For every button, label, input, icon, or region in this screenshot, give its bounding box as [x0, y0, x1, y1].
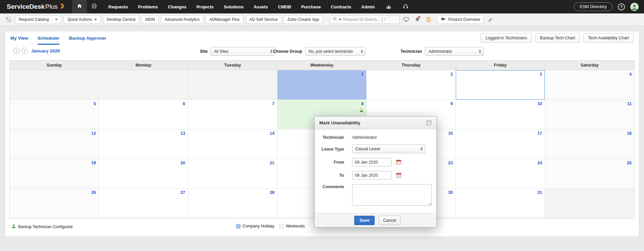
calendar-cell-jan-21[interactable]: 21 — [188, 159, 277, 189]
calendar-cell-empty[interactable] — [545, 189, 634, 218]
edit-pencil-icon[interactable] — [486, 15, 495, 24]
nav-item-solutions[interactable]: Solutions — [224, 4, 244, 9]
tasks-clipboard-icon[interactable] — [424, 15, 433, 24]
home-tab[interactable] — [72, 0, 87, 13]
reports-chart-icon[interactable] — [384, 2, 393, 11]
from-calendar-picker-icon[interactable] — [396, 159, 401, 165]
nav-item-requests[interactable]: Requests — [108, 4, 128, 9]
calendar-cell-empty[interactable] — [99, 70, 188, 100]
calendar-cell-jan-5[interactable]: 5 — [10, 100, 99, 129]
zoho-creator-app-button[interactable]: Zoho Creator App — [284, 15, 323, 24]
previous-month-icon[interactable]: ‹ — [13, 48, 19, 54]
nav-item-problems[interactable]: Problems — [138, 4, 158, 9]
calendar-cell-jan-28[interactable]: 28 — [188, 189, 277, 218]
day-header-thursday: Thursday — [367, 60, 456, 70]
technician-select[interactable]: Administrator — [425, 47, 484, 56]
mdm-button[interactable]: MDM — [142, 15, 159, 24]
date-number: 24 — [537, 161, 542, 165]
nav-item-changes[interactable]: Changes — [168, 4, 186, 9]
date-number: 8 — [361, 101, 364, 106]
calendar-cell-jan-27[interactable]: 27 — [99, 189, 188, 218]
calendar-cell-jan-1[interactable]: 1 — [277, 70, 367, 100]
quick-actions-label: Quick Actions — [67, 17, 92, 22]
product-overview-button[interactable]: Product Overview — [437, 15, 484, 24]
leave-type-selected-value: Casual Leave — [356, 147, 380, 151]
support-headset-icon[interactable] — [401, 2, 410, 11]
ad-self-service-button[interactable]: AD Self Service — [246, 15, 281, 24]
brand-text-light: Plus — [45, 3, 58, 10]
from-date-row: From — [319, 158, 432, 166]
request-catalog-dropdown[interactable]: Request Catalog — [15, 15, 61, 24]
remote-session-icon[interactable] — [402, 15, 411, 24]
advanced-analytics-button[interactable]: Advanced Analytics — [161, 15, 203, 24]
apps-grid-icon[interactable] — [4, 15, 13, 24]
product-overview-label: Product Overview — [448, 17, 480, 22]
close-icon[interactable]: x — [426, 120, 432, 126]
global-view-tab[interactable] — [87, 0, 102, 13]
cancel-button[interactable]: Cancel — [379, 216, 400, 225]
help-button[interactable]: ? — [618, 3, 625, 10]
calendar-cell-jan-2[interactable]: 2 — [367, 70, 456, 100]
site-select[interactable]: All Sites — [211, 47, 275, 56]
calendar-cell-jan-4[interactable]: 4 — [545, 70, 634, 100]
date-number: 13 — [180, 131, 185, 136]
calendar-cell-jan-18[interactable]: 18 — [545, 129, 634, 159]
tab-backup-approver[interactable]: Backup Approver — [69, 31, 106, 45]
date-number: 21 — [270, 161, 274, 165]
user-avatar[interactable] — [630, 3, 639, 11]
next-month-icon[interactable]: › — [21, 48, 28, 54]
backup-tech-chart-button[interactable]: Backup Tech Chart — [535, 33, 580, 43]
brand-swoosh-icon — [59, 3, 65, 10]
nav-item-contracts[interactable]: Contracts — [331, 4, 351, 9]
panel-header: My View Scheduler Backup Approver Logged… — [5, 31, 639, 45]
esm-directory-button[interactable]: ESM Directory — [574, 2, 612, 11]
calendar-cell-jan-7[interactable]: 7 — [188, 100, 277, 129]
to-calendar-picker-icon[interactable] — [396, 172, 401, 178]
admanager-plus-button[interactable]: ADManager Plus — [206, 15, 244, 24]
nav-item-admin[interactable]: Admin — [361, 4, 375, 9]
day-header-monday: Monday — [99, 60, 188, 70]
tab-my-view[interactable]: My View — [10, 31, 28, 45]
nav-item-purchase[interactable]: Purchase — [301, 4, 321, 9]
notifications-bell-icon[interactable] — [413, 15, 422, 24]
from-date-input[interactable] — [352, 158, 392, 166]
video-camera-icon — [441, 16, 446, 23]
calendar-cell-jan-6[interactable]: 6 — [99, 100, 188, 129]
calendar-cell-jan-25[interactable]: 25 — [545, 159, 634, 189]
calendar-cell-jan-26[interactable]: 26 — [10, 189, 99, 218]
to-date-input[interactable] — [352, 171, 392, 179]
calendar-cell-empty[interactable] — [188, 70, 277, 100]
calendar-cell-jan-17[interactable]: 17 — [456, 129, 545, 159]
dialog-footer: Save Cancel — [315, 213, 436, 227]
search-input[interactable] — [343, 17, 393, 22]
save-button[interactable]: Save — [354, 216, 375, 225]
calendar-cell-jan-31[interactable]: 31 — [456, 189, 545, 218]
nav-item-projects[interactable]: Projects — [197, 4, 214, 9]
comments-textarea[interactable] — [352, 184, 432, 206]
calendar-cell-jan-10[interactable]: 10 — [456, 100, 545, 129]
nav-item-cmdb[interactable]: CMDB — [278, 4, 291, 9]
calendar-cell-jan-19[interactable]: 19 — [10, 159, 99, 189]
calendar-cell-jan-12[interactable]: 12 — [10, 129, 99, 159]
date-number: 30 — [448, 190, 453, 195]
calendar-cell-jan-11[interactable]: 11 — [545, 100, 634, 129]
calendar-cell-jan-14[interactable]: 14 — [188, 129, 277, 159]
group-selected-value: No, just select technician — [309, 49, 353, 54]
calendar-cell-empty[interactable] — [10, 70, 99, 100]
tech-availability-chart-button[interactable]: Tech Availability Chart — [583, 33, 634, 43]
request-id-search[interactable] — [330, 15, 399, 24]
quick-actions-dropdown[interactable]: Quick Actions — [64, 15, 101, 24]
calendar-cell-jan-24[interactable]: 24 — [456, 159, 545, 189]
tab-scheduler[interactable]: Scheduler — [38, 31, 59, 45]
calendar-cell-jan-3[interactable]: 3 — [456, 70, 545, 100]
group-select[interactable]: No, just select technician — [305, 47, 366, 56]
calendar-cell-jan-13[interactable]: 13 — [99, 129, 188, 159]
leave-type-select[interactable]: Casual Leave — [352, 144, 425, 153]
nav-item-assets[interactable]: Assets — [254, 4, 268, 9]
dialog-header: Mark Unavailability x — [315, 117, 436, 129]
search-type-chevron-icon[interactable] — [339, 19, 341, 20]
logged-in-technicians-button[interactable]: Logged-in Technicians — [481, 33, 532, 43]
brand-logo[interactable]: ServiceDesk Plus — [7, 3, 65, 10]
desktop-central-button[interactable]: Desktop Central — [103, 15, 139, 24]
calendar-cell-jan-20[interactable]: 20 — [99, 159, 188, 189]
